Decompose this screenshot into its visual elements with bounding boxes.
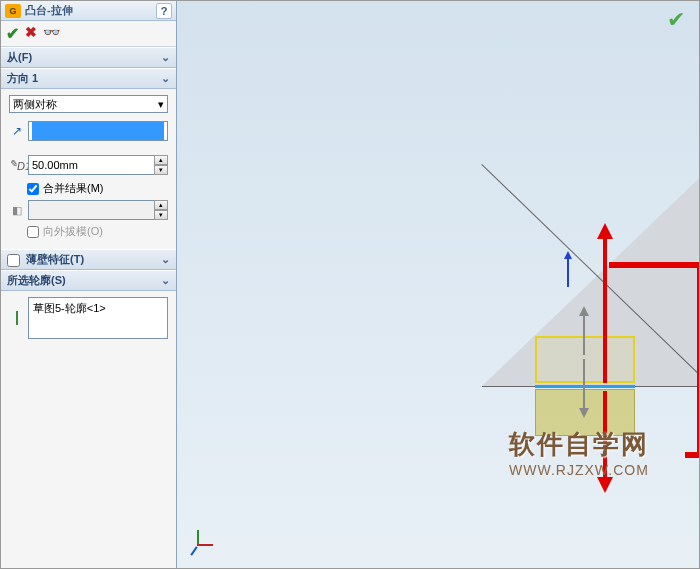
- spin-up[interactable]: ▴: [154, 155, 168, 165]
- selected-contours-list[interactable]: 草图5-轮廓<1>: [28, 297, 168, 339]
- collapse-icon[interactable]: ⌄: [161, 253, 170, 266]
- x-axis: [197, 544, 213, 546]
- property-panel: G 凸台-拉伸 ? ✔ ✖ 👓 从(F) ⌄ 方向 1 ⌄ 两侧对称 ▾ ↗ ✎…: [1, 1, 177, 568]
- mid-plane-line: [535, 385, 635, 388]
- markup-line-top: [609, 262, 700, 268]
- contours-label: 所选轮廓(S): [7, 273, 66, 288]
- spin-down[interactable]: ▾: [154, 165, 168, 175]
- depth-icon: ✎D1: [9, 158, 25, 172]
- depth-spinner: ▴ ▾: [154, 155, 168, 175]
- chevron-down-icon: ▾: [158, 98, 164, 111]
- section-header-thin[interactable]: 薄壁特征(T) ⌄: [1, 249, 176, 270]
- end-condition-value: 两侧对称: [13, 97, 57, 112]
- spin-down[interactable]: ▾: [154, 210, 168, 220]
- from-label: 从(F): [7, 50, 32, 65]
- collapse-icon[interactable]: ⌄: [161, 72, 170, 85]
- watermark-url: WWW.RJZXW.COM: [509, 462, 649, 478]
- direction-arrow: [567, 253, 569, 287]
- depth-input[interactable]: 50.00mm: [28, 155, 155, 175]
- merge-result-checkbox[interactable]: [27, 183, 39, 195]
- collapse-icon[interactable]: ⌄: [161, 51, 170, 64]
- drag-handle-up[interactable]: [583, 309, 585, 355]
- section-header-from[interactable]: 从(F) ⌄: [1, 47, 176, 68]
- panel-title-bar: G 凸台-拉伸 ?: [1, 1, 176, 21]
- draft-angle-input[interactable]: [28, 200, 155, 220]
- thin-text: 薄壁特征(T): [26, 253, 84, 265]
- action-bar: ✔ ✖ 👓: [1, 21, 176, 47]
- watermark: 软件自学网 WWW.RJZXW.COM: [509, 427, 649, 478]
- markup-arrow-up: [603, 227, 607, 383]
- spin-up[interactable]: ▴: [154, 200, 168, 210]
- direction1-label: 方向 1: [7, 71, 38, 86]
- direction1-body: 两侧对称 ▾ ↗ ✎D1 50.00mm ▴ ▾ 合并结果(M) ◧ ▴ ▾: [1, 89, 176, 249]
- watermark-title: 软件自学网: [509, 427, 649, 462]
- feature-icon: G: [5, 4, 21, 18]
- end-condition-dropdown[interactable]: 两侧对称 ▾: [9, 95, 168, 113]
- thin-feature-checkbox[interactable]: [7, 254, 20, 267]
- panel-title: 凸台-拉伸: [25, 3, 156, 18]
- section-header-direction1[interactable]: 方向 1 ⌄: [1, 68, 176, 89]
- depth-value: 50.00mm: [32, 159, 78, 171]
- view-triad[interactable]: [185, 530, 215, 560]
- collapse-icon[interactable]: ⌄: [161, 274, 170, 287]
- z-axis: [190, 546, 197, 555]
- reverse-direction-icon[interactable]: ↗: [9, 124, 25, 138]
- contour-item-label: 草图5-轮廓<1>: [33, 301, 106, 316]
- markup-line-bottom: [685, 452, 700, 458]
- contours-body: 草图5-轮廓<1>: [1, 291, 176, 349]
- thin-label: 薄壁特征(T): [7, 252, 84, 267]
- cancel-button[interactable]: ✖: [25, 24, 37, 43]
- draft-outward-checkbox[interactable]: [27, 226, 39, 238]
- preview-button[interactable]: 👓: [43, 24, 60, 43]
- confirm-check-icon[interactable]: ✔: [667, 7, 685, 33]
- sketch-region-upper: [535, 336, 635, 383]
- graphics-viewport[interactable]: ✔ 50 软件自学网 WWW.RJZXW.COM: [177, 1, 699, 568]
- draft-icon[interactable]: ◧: [9, 204, 25, 217]
- merge-result-label: 合并结果(M): [43, 181, 104, 196]
- drag-handle-down[interactable]: [583, 359, 585, 415]
- ok-button[interactable]: ✔: [6, 24, 19, 43]
- contour-icon: [9, 312, 25, 324]
- list-item[interactable]: 草图5-轮廓<1>: [31, 300, 165, 317]
- direction-vector-field[interactable]: [28, 121, 168, 141]
- draft-spinner: ▴ ▾: [154, 200, 168, 220]
- draft-outward-label: 向外拔模(O): [43, 224, 103, 239]
- help-button[interactable]: ?: [156, 3, 172, 19]
- section-header-contours[interactable]: 所选轮廓(S) ⌄: [1, 270, 176, 291]
